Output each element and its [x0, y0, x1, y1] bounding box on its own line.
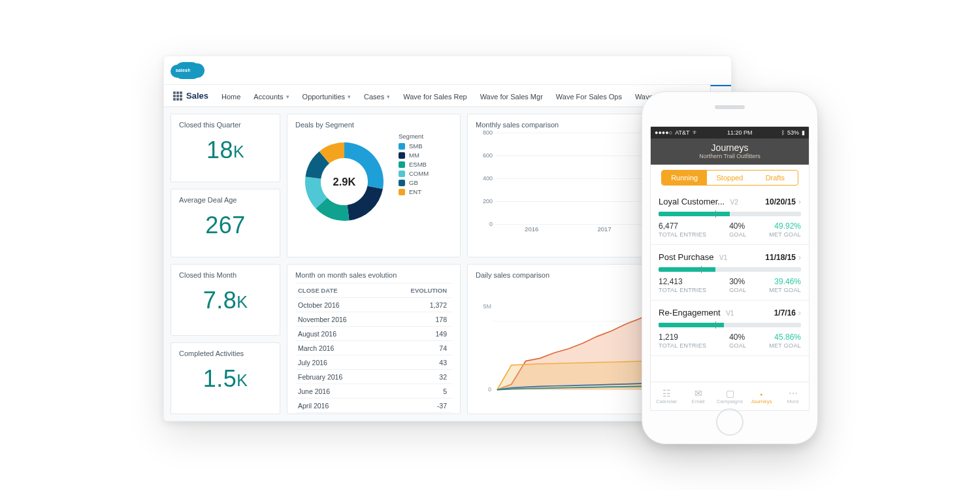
tab-campaigns[interactable]: ▢Campaigns: [714, 382, 745, 410]
tab-label: Calendar: [656, 399, 677, 404]
chevron-right-icon: ›: [798, 253, 801, 262]
progress-bar: [659, 323, 801, 327]
card-sales-evolution-table[interactable]: Month on month sales evolution CLOSE DAT…: [287, 264, 461, 414]
phone-header: Journeys Northern Trail Outfitters: [651, 139, 809, 165]
tab-journeys[interactable]: ⬩Journeys: [745, 382, 777, 410]
cell-value: 43: [382, 355, 452, 370]
chevron-down-icon: ▾: [286, 93, 289, 100]
legend-swatch: [399, 180, 405, 186]
cell-date: August 2016: [295, 327, 382, 341]
nav-tab-wave-for-sales-ops[interactable]: Wave For Sales Ops: [549, 85, 629, 106]
table-header: CLOSE DATE: [295, 284, 382, 298]
kpi-value: 18K: [179, 133, 272, 167]
cell-value: 1,372: [382, 298, 452, 312]
stat-label: TOTAL ENTRIES: [659, 342, 706, 349]
stat-entries: 6,477: [659, 221, 706, 231]
segment-running[interactable]: Running: [662, 171, 707, 185]
waffle-icon: [173, 91, 182, 101]
segment-control[interactable]: RunningStoppedDrafts: [661, 170, 798, 186]
axis-tick: 600: [483, 152, 493, 159]
cell-value: -59: [382, 413, 452, 415]
legend-swatch: [399, 143, 405, 150]
battery-icon: ▮: [802, 129, 805, 136]
nav-tab-cases[interactable]: Cases▾: [357, 85, 397, 106]
status-bar: ●●●●○ AT&T ᯤ 11:20 PM ᛒ 53% ▮: [651, 127, 809, 139]
nav-tab-accounts[interactable]: Accounts▾: [247, 85, 295, 106]
axis-tick: 5M: [476, 303, 491, 310]
chevron-right-icon: ›: [798, 197, 801, 206]
legend-label: GB: [409, 179, 418, 186]
table-row[interactable]: February 201632: [295, 370, 452, 384]
goal-marker: [701, 266, 702, 273]
journey-item[interactable]: Post Purchase V111/18/15›12,413TOTAL ENT…: [651, 245, 809, 301]
legend-swatch: [399, 152, 405, 159]
kpi-avg-deal-age[interactable]: Average Deal Age 267: [171, 189, 280, 257]
tab-label: Wave For Sales Ops: [556, 93, 622, 101]
cell-date: November 2016: [295, 312, 382, 327]
stat-label: MET GOAL: [769, 287, 801, 293]
kpi-closed-quarter[interactable]: Closed this Quarter 18K: [171, 114, 280, 182]
journeys-icon: ⬩: [759, 389, 764, 398]
journey-name: Re-Engagement: [659, 308, 721, 318]
app-name: Sales: [186, 91, 208, 101]
card-title: Average Deal Age: [179, 196, 272, 204]
tab-email[interactable]: ✉Email: [682, 382, 713, 410]
table-row[interactable]: October 20161,372: [295, 298, 452, 312]
cell-value: 5: [382, 384, 452, 399]
axis-tick: 200: [483, 198, 493, 204]
tab-label: Accounts: [253, 93, 283, 101]
journey-version: V1: [726, 310, 734, 317]
segment-stopped[interactable]: Stopped: [707, 171, 752, 185]
table-row[interactable]: March 201674: [295, 341, 452, 355]
journey-date: 11/18/15: [765, 253, 796, 262]
stat-goal: 40%: [729, 221, 746, 231]
kpi-value: 267: [179, 208, 272, 242]
cell-value: 32: [382, 370, 452, 384]
table-row[interactable]: April 2016-37: [295, 399, 452, 413]
more-icon: ⋯: [789, 389, 798, 398]
axis-tick: 0: [489, 221, 493, 227]
journey-list: Loyal Customer... V210/20/15›6,477TOTAL …: [651, 189, 809, 382]
logo-text: salesforce: [176, 68, 200, 73]
journey-item[interactable]: Re-Engagement V11/7/16›1,219TOTAL ENTRIE…: [651, 301, 809, 356]
kpi-completed-activities[interactable]: Completed Activities 1.5K: [171, 342, 280, 414]
legend-swatch: [399, 171, 405, 177]
nav-tab-wave-for-sales-rep[interactable]: Wave for Sales Rep: [397, 85, 473, 106]
app-launcher[interactable]: Sales: [171, 85, 215, 106]
brand-bar: salesforce: [164, 56, 731, 85]
tab-label: Journeys: [751, 399, 772, 404]
nav-tab-home[interactable]: Home: [215, 85, 247, 106]
tab-more[interactable]: ⋯More: [777, 382, 809, 410]
email-icon: ✉: [694, 389, 702, 398]
stat-goal: 30%: [729, 277, 746, 286]
goal-marker: [715, 321, 716, 329]
legend-label: MM: [409, 152, 419, 159]
legend-item: ESMB: [399, 161, 429, 168]
table-row[interactable]: June 20165: [295, 384, 452, 399]
table-row[interactable]: November 2016178: [295, 312, 452, 327]
legend-label: ENT: [409, 188, 421, 195]
donut-center-value: 2.9K: [333, 176, 356, 188]
journey-item[interactable]: Loyal Customer... V210/20/15›6,477TOTAL …: [651, 189, 809, 245]
card-deals-by-segment[interactable]: Deals by Segment 2.9K Segment SMBMMESMBC…: [287, 114, 461, 257]
carrier-label: AT&T: [675, 129, 689, 136]
segment-drafts[interactable]: Drafts: [753, 171, 798, 185]
chevron-down-icon: ▾: [348, 93, 351, 100]
stat-label: TOTAL ENTRIES: [659, 287, 706, 293]
table-row[interactable]: May 2016-59: [295, 413, 452, 415]
nav-tab-wave-for-sales-mgr[interactable]: Wave for Sales Mgr: [474, 85, 549, 106]
table-row[interactable]: July 201643: [295, 355, 452, 370]
kpi-closed-month[interactable]: Closed this Month 7.8K: [171, 264, 280, 336]
legend-swatch: [399, 189, 405, 195]
legend-label: COMM: [409, 170, 429, 177]
tab-label: More: [787, 399, 799, 404]
cell-value: -37: [382, 399, 452, 413]
nav-tab-opportunities[interactable]: Opportunities▾: [296, 85, 357, 106]
tab-calendar[interactable]: ☷Calendar: [651, 382, 682, 410]
journey-version: V2: [730, 199, 738, 206]
card-title: Completed Activities: [179, 350, 272, 357]
tab-label: Campaigns: [717, 399, 743, 404]
table-row[interactable]: August 2016149: [295, 327, 452, 341]
stat-label: TOTAL ENTRIES: [659, 231, 706, 238]
stat-label: GOAL: [729, 231, 746, 238]
